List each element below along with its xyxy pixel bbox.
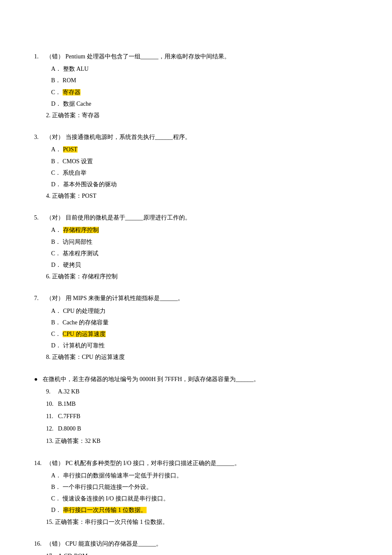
question-3-block: 3. （对） 当接通微机电源时，系统首先执行______程序。 A． POST … xyxy=(34,132,358,201)
option-14d: D． 串行接口一次只传输 1 位数据。 xyxy=(51,505,358,515)
option-17-text: CD-ROM xyxy=(64,551,88,555)
question-1-text: （错） Pentium 处理器中包含了一组______，用来临时存放中间结果。 xyxy=(46,51,358,62)
option-17-number: 17. xyxy=(46,551,58,555)
question-1-block: 1. （错） Pentium 处理器中包含了一组______，用来临时存放中间结… xyxy=(34,51,358,121)
option-14a-label: A． xyxy=(51,472,61,479)
option-1b-text: ROM xyxy=(63,77,76,84)
bullet-options: 9. A.32 KB 10. B.1MB 11. C.7FFFB 12. D.8… xyxy=(46,386,358,434)
answer-15-number: 15. xyxy=(46,519,54,525)
option-7b-label: B． xyxy=(51,319,61,326)
question-3-line: 3. （对） 当接通微机电源时，系统首先执行______程序。 xyxy=(34,132,358,142)
option-14b: B． 一个串行接口只能连接一个外设。 xyxy=(51,482,358,492)
question-16-text: （错） CPU 能直接访问的存储器是______。 xyxy=(46,538,358,549)
question-14-options: A． 串行接口的数据传输速率一定低于并行接口。 B． 一个串行接口只能连接一个外… xyxy=(51,470,358,516)
option-7c: C． CPU 的运算速度 xyxy=(51,329,358,339)
answer-13-text: 正确答案：32 KB xyxy=(55,438,101,444)
bullet-option-12-number: 12. xyxy=(46,423,58,434)
option-3a: A． POST xyxy=(51,144,358,155)
bullet-option-12: 12. D.8000 B xyxy=(46,423,358,434)
answer-8: 8. 正确答案：CPU 的运算速度 xyxy=(46,352,358,362)
answer-2-number: 2. xyxy=(46,112,51,119)
option-1a: A． 整数 ALU xyxy=(51,64,358,74)
option-5b-text: 访问局部性 xyxy=(63,239,92,245)
question-7-prefix: （对） xyxy=(46,295,64,301)
option-1d-label: D． xyxy=(51,101,61,107)
option-3b: B． CMOS 设置 xyxy=(51,156,358,167)
option-1c-text: 寄存器 xyxy=(63,89,81,95)
option-14b-text: 一个串行接口只能连接一个外设。 xyxy=(63,484,152,490)
question-16-line: 16. （错） CPU 能直接访问的存储器是______。 xyxy=(34,538,358,549)
option-5a-label: A． xyxy=(51,227,61,233)
question-7-text: （对） 用 MIPS 来衡量的计算机性能指标是______。 xyxy=(46,293,358,304)
bullet-option-10: 10. B.1MB xyxy=(46,399,358,409)
question-14-block: 14. （错） PC 机配有多种类型的 I/O 接口，对串行接口描述正确的是__… xyxy=(34,458,358,527)
question-14-prefix: （错） xyxy=(46,460,64,466)
option-14d-text: 串行接口一次只传输 1 位数据。 xyxy=(63,507,147,513)
question-7-number: 7. xyxy=(34,293,46,304)
question-5-body: 目前使用的微机是基于______原理进行工作的。 xyxy=(66,214,191,221)
option-7d: D． 计算机的可靠性 xyxy=(51,340,358,351)
answer-2-text: 正确答案：寄存器 xyxy=(52,112,100,119)
bullet-option-10-number: 10. xyxy=(46,399,58,409)
option-1c-label: C． xyxy=(51,89,61,95)
option-14c-text: 慢速设备连接的 I/O 接口就是串行接口。 xyxy=(63,495,169,502)
bullet-option-9: 9. A.32 KB xyxy=(46,386,358,397)
answer-15-text: 正确答案：串行接口一次只传输 1 位数据。 xyxy=(55,519,168,525)
option-14c-label: C． xyxy=(51,495,61,502)
question-7-options: A． CPU 的处理能力 B． Cache 的存储容量 C． CPU 的运算速度… xyxy=(51,306,358,351)
option-5d: D． 硬拷贝 xyxy=(51,260,358,270)
answer-4: 4. 正确答案：POST xyxy=(46,191,358,201)
bullet-option-9-number: 9. xyxy=(46,386,58,397)
answer-2: 2. 正确答案：寄存器 xyxy=(46,110,358,121)
question-1-prefix: （错） xyxy=(46,53,64,60)
option-7a-text: CPU 的处理能力 xyxy=(63,308,106,314)
option-7a: A． CPU 的处理能力 xyxy=(51,306,358,316)
option-14d-label: D． xyxy=(51,507,61,513)
option-3a-text: POST xyxy=(63,146,78,153)
option-3c-label: C． xyxy=(51,170,61,176)
answer-6-number: 6. xyxy=(46,273,51,280)
option-7b-text: Cache 的存储容量 xyxy=(63,319,109,326)
question-3-text: （对） 当接通微机电源时，系统首先执行______程序。 xyxy=(46,132,358,142)
bullet-symbol: ● xyxy=(34,374,43,384)
question-1-line: 1. （错） Pentium 处理器中包含了一组______，用来临时存放中间结… xyxy=(34,51,358,62)
option-7d-label: D． xyxy=(51,342,61,349)
question-5-line: 5. （对） 目前使用的微机是基于______原理进行工作的。 xyxy=(34,212,358,223)
bullet-option-9-text: A.32 KB xyxy=(58,386,80,397)
answer-8-number: 8. xyxy=(46,354,51,360)
question-1-options: A． 整数 ALU B． ROM C． 寄存器 D． 数据 Cache xyxy=(51,64,358,109)
answer-4-number: 4. xyxy=(46,193,51,199)
bullet-option-11-number: 11. xyxy=(46,411,58,422)
option-3d-label: D． xyxy=(51,181,61,188)
bullet-question-text: 在微机中，若主存储器的地址编号为 0000H 到 7FFFH，则该存储器容量为_… xyxy=(43,374,259,384)
question-7-body: 用 MIPS 来衡量的计算机性能指标是______。 xyxy=(66,295,184,301)
option-3b-label: B． xyxy=(51,158,61,165)
option-5d-text: 硬拷贝 xyxy=(63,262,81,268)
option-14c: C． 慢速设备连接的 I/O 接口就是串行接口。 xyxy=(51,493,358,504)
option-3b-text: CMOS 设置 xyxy=(63,158,93,165)
option-14b-label: B． xyxy=(51,484,61,490)
option-5d-label: D． xyxy=(51,262,61,268)
option-5a-text: 存储程序控制 xyxy=(63,227,99,233)
option-17: 17. A. CD-ROM xyxy=(46,551,358,555)
question-5-text: （对） 目前使用的微机是基于______原理进行工作的。 xyxy=(46,212,358,223)
option-1b: B． ROM xyxy=(51,75,358,86)
question-5-prefix: （对） xyxy=(46,214,64,221)
bullet-option-11: 11. C.7FFFB xyxy=(46,411,358,422)
option-3c-text: 系统自举 xyxy=(63,170,86,176)
question-16-block: 16. （错） CPU 能直接访问的存储器是______。 17. A. CD-… xyxy=(34,538,358,555)
option-5c-label: C． xyxy=(51,250,61,257)
option-1d-text: 数据 Cache xyxy=(63,101,91,107)
answer-8-text: 正确答案：CPU 的运算速度 xyxy=(52,354,125,360)
question-1-number: 1. xyxy=(34,51,46,62)
option-5c-text: 基准程序测试 xyxy=(63,250,98,257)
answer-6: 6. 正确答案：存储程序控制 xyxy=(46,271,358,282)
option-1b-label: B． xyxy=(51,77,61,84)
question-14-line: 14. （错） PC 机配有多种类型的 I/O 接口，对串行接口描述正确的是__… xyxy=(34,458,358,468)
question-16-number: 16. xyxy=(34,538,46,549)
option-14a-text: 串行接口的数据传输速率一定低于并行接口。 xyxy=(63,472,182,479)
option-1a-text: 整数 ALU xyxy=(63,66,89,72)
question-16-options: 17. A. CD-ROM xyxy=(46,551,358,555)
option-5b-label: B． xyxy=(51,239,61,245)
question-5-block: 5. （对） 目前使用的微机是基于______原理进行工作的。 A． 存储程序控… xyxy=(34,212,358,282)
